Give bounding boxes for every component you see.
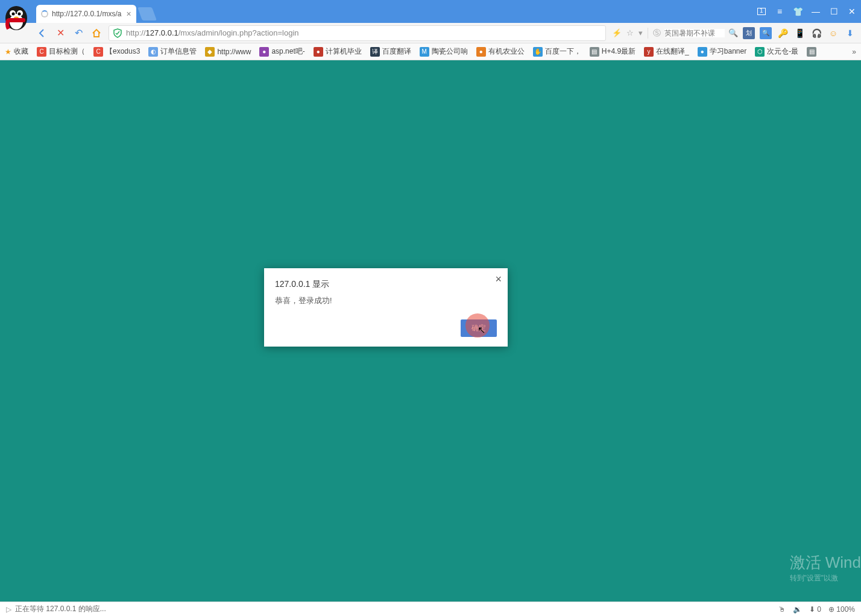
bookmark-label: 计算机毕业 — [326, 46, 362, 57]
bookmark-favicon: ● — [314, 47, 323, 57]
bookmark-item[interactable]: ▤ — [807, 47, 819, 57]
bookmark-item[interactable]: C【exodus3 — [93, 46, 140, 57]
svg-rect-7 — [7, 18, 25, 22]
dialog-ok-button[interactable]: 确定 — [461, 319, 497, 337]
dialog-close-button[interactable]: × — [495, 273, 502, 286]
bookmark-favicon: ⬡ — [755, 47, 765, 57]
tab-count-icon[interactable] — [752, 0, 771, 23]
sogou-icon[interactable]: Ⓢ — [653, 28, 661, 39]
bookmark-label: 在线翻译_ — [656, 46, 689, 57]
windows-activation-watermark: 激活 Wind 转到"设置"以激 — [790, 552, 861, 583]
bookmark-label: 陶瓷公司响 — [432, 46, 468, 57]
loading-spinner-icon — [41, 10, 48, 17]
skin-icon[interactable]: 👕 — [789, 0, 807, 23]
bookmark-favicon: C — [37, 47, 46, 57]
status-bar: ▷ 正在等待 127.0.0.1 的响应... 🖱 🔉 ⬇ 0 ⊕ 100% — [0, 602, 861, 616]
home-button[interactable] — [90, 27, 102, 39]
tab-title: http://127.0.0.1/mxs/a — [52, 10, 121, 18]
undo-button[interactable]: ↶ — [72, 27, 84, 39]
translate-icon[interactable]: 划 — [743, 27, 755, 39]
new-tab-button[interactable] — [137, 7, 157, 20]
status-download-icon[interactable]: ⬇ 0 — [809, 605, 821, 614]
close-button[interactable]: ✕ — [843, 0, 861, 23]
bookmark-favicon: ● — [698, 47, 707, 57]
bookmark-item[interactable]: ●有机农业公 — [476, 46, 525, 57]
bookmark-item[interactable]: ⬡次元仓-最 — [755, 46, 798, 57]
bookmark-item[interactable]: ●asp.net吧- — [259, 46, 304, 57]
address-bar: ✕ ↶ http://127.0.0.1/mxs/admin/login.php… — [0, 23, 861, 43]
bookmark-label: 百度翻译 — [382, 46, 411, 57]
status-sound-icon[interactable]: 🔉 — [793, 605, 802, 614]
bookmark-label: 有机农业公 — [488, 46, 525, 57]
status-zoom[interactable]: ⊕ 100% — [828, 605, 855, 614]
menu-icon[interactable]: ≡ — [771, 0, 789, 23]
bookmark-item[interactable]: y在线翻译_ — [644, 46, 689, 57]
bookmark-label: http://www — [217, 48, 251, 56]
alert-dialog: × 127.0.0.1 显示 恭喜，登录成功! 确定 — [264, 268, 508, 347]
minimize-button[interactable]: — — [807, 0, 825, 23]
bookmark-item[interactable]: M陶瓷公司响 — [420, 46, 468, 57]
bookmarks-bar: ★收藏 C目标检测（C【exodus3◐订单信息管◆http://www●asp… — [0, 43, 861, 60]
bookmark-favicon: y — [644, 47, 654, 57]
titlebar: http://127.0.0.1/mxs/a × ≡ 👕 — ☐ ✕ — [0, 0, 861, 23]
bookmark-item[interactable]: ●计算机毕业 — [314, 46, 362, 57]
bookmark-item[interactable]: ◆http://www — [205, 47, 251, 57]
status-indicator-icon: ▷ — [6, 605, 11, 614]
qq-penguin-logo[interactable] — [0, 0, 33, 33]
bookmark-favicon: ● — [476, 47, 486, 57]
bookmark-label: H+4.9最新 — [602, 46, 636, 57]
bookmark-favicon: C — [93, 47, 103, 57]
browser-tab[interactable]: http://127.0.0.1/mxs/a × — [36, 5, 136, 23]
url-text: http://127.0.0.1/mxs/admin/login.php?act… — [126, 28, 299, 37]
status-mouse-icon[interactable]: 🖱 — [778, 605, 786, 614]
bookmark-item[interactable]: 译百度翻译 — [370, 46, 411, 57]
bookmark-favicon: ▤ — [590, 47, 599, 57]
dropdown-icon[interactable]: ▾ — [639, 28, 643, 37]
bookmark-favicon: ✋ — [533, 47, 543, 57]
bookmark-label: 学习banner — [710, 46, 746, 57]
bookmark-favicon: ● — [259, 47, 269, 57]
bookmark-label: 次元仓-最 — [767, 46, 798, 57]
phone-icon[interactable]: 📱 — [793, 27, 806, 39]
bookmark-label: 【exodus3 — [106, 46, 140, 57]
dialog-title: 127.0.0.1 显示 — [275, 279, 497, 290]
key-icon[interactable]: 🔑 — [777, 27, 789, 39]
svg-point-4 — [12, 13, 15, 16]
shield-icon — [113, 28, 122, 38]
tab-close-icon[interactable]: × — [126, 9, 131, 19]
bookmark-item[interactable]: ◐订单信息管 — [148, 46, 197, 57]
back-button[interactable] — [36, 27, 48, 39]
status-text: 正在等待 127.0.0.1 的响应... — [15, 604, 106, 614]
bookmark-favicon: ◐ — [148, 47, 158, 57]
stop-button[interactable]: ✕ — [54, 27, 66, 39]
screenshot-icon[interactable]: 🔍 — [760, 27, 772, 39]
search-icon[interactable]: 🔍 — [728, 28, 738, 37]
dialog-message: 恭喜，登录成功! — [275, 296, 497, 306]
flash-icon[interactable]: ⚡ — [612, 28, 622, 37]
svg-point-5 — [18, 13, 21, 16]
bookmark-favicon: M — [420, 47, 429, 57]
bookmark-label: 订单信息管 — [160, 46, 197, 57]
download-icon[interactable]: ⬇ — [844, 27, 856, 39]
bookmark-label: 目标检测（ — [49, 46, 85, 57]
favorites-button[interactable]: ★收藏 — [5, 46, 28, 57]
bookmark-label: asp.net吧- — [271, 46, 304, 57]
search-input[interactable] — [664, 29, 725, 37]
face-icon[interactable]: ☺ — [827, 27, 839, 39]
page-content: × 127.0.0.1 显示 恭喜，登录成功! 确定 ↖ 激活 Wind 转到"… — [0, 60, 861, 602]
bookmark-item[interactable]: ●学习banner — [698, 46, 746, 57]
bookmark-item[interactable]: ✋百度一下， — [533, 46, 581, 57]
bookmark-item[interactable]: ▤H+4.9最新 — [590, 46, 636, 57]
headset-icon[interactable]: 🎧 — [810, 27, 822, 39]
url-input[interactable]: http://127.0.0.1/mxs/admin/login.php?act… — [109, 25, 606, 41]
star-icon[interactable]: ☆ — [626, 28, 634, 37]
maximize-button[interactable]: ☐ — [825, 0, 843, 23]
bookmark-favicon: 译 — [370, 47, 380, 57]
bookmark-item[interactable]: C目标检测（ — [37, 46, 85, 57]
bookmark-favicon: ◆ — [205, 47, 215, 57]
bookmark-favicon: ▤ — [807, 47, 816, 57]
bookmarks-overflow-icon[interactable]: » — [852, 48, 856, 56]
bookmark-label: 百度一下， — [545, 46, 581, 57]
window-controls: ≡ 👕 — ☐ ✕ — [752, 0, 861, 23]
